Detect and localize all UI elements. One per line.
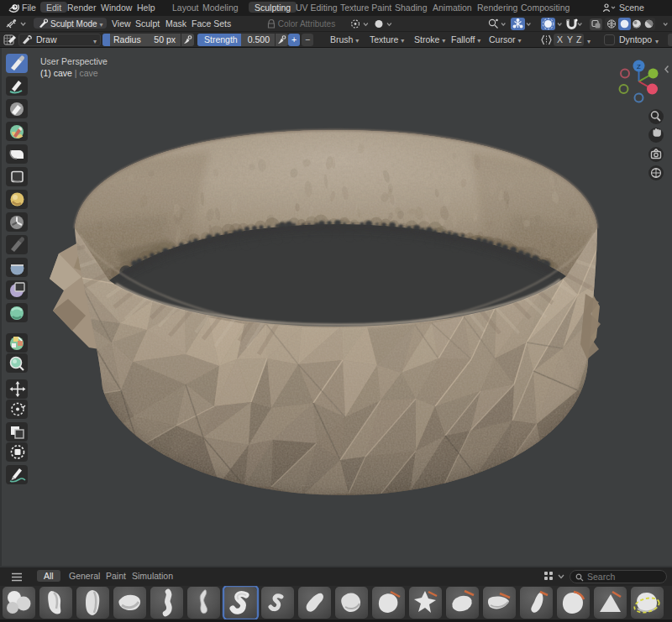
svg-text:Z: Z (637, 63, 641, 71)
